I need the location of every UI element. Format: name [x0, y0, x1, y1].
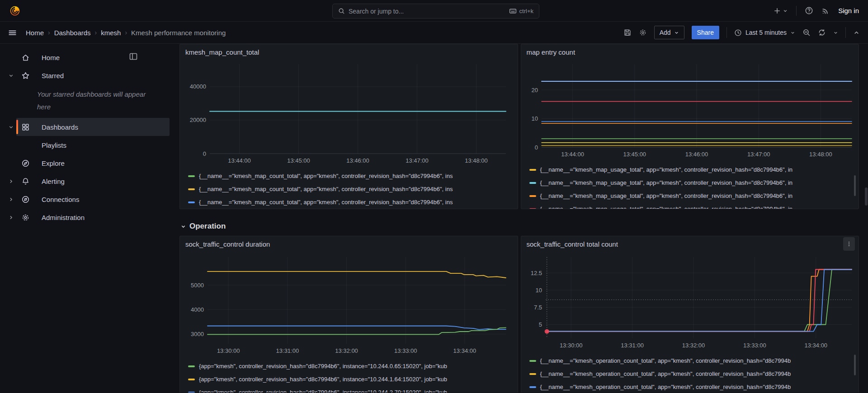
dashboard-settings-icon[interactable] [639, 28, 647, 37]
timeseries-chart[interactable]: 13:30:0013:31:0013:32:0013:33:0013:34:00… [180, 252, 518, 357]
refresh-interval-chevron-icon[interactable] [833, 30, 838, 35]
chevron-down-icon [790, 30, 795, 35]
legend-item[interactable]: {__name__="kmesh_operation_count_total",… [529, 356, 850, 365]
svg-text:13:33:00: 13:33:00 [743, 342, 766, 349]
svg-text:13:48:00: 13:48:00 [465, 157, 488, 164]
time-range-picker[interactable]: Last 5 minutes [734, 29, 795, 37]
legend-item[interactable]: {__name__="kmesh_map_usage_total", app="… [529, 165, 850, 174]
svg-text:10: 10 [531, 115, 538, 122]
chevron-right-icon[interactable] [8, 215, 14, 220]
panel-map-entry-count[interactable]: map entry count 13:44:0013:45:0013:46:00… [521, 44, 859, 209]
main-scrollbar[interactable] [864, 44, 868, 393]
breadcrumb-item[interactable]: kmesh [101, 29, 121, 37]
chart-plot-area[interactable]: 13:30:0013:31:0013:32:0013:33:0013:34:00… [521, 252, 859, 352]
panel-header[interactable]: kmesh_map_count_total [180, 44, 518, 60]
chevron-down-icon[interactable] [8, 124, 14, 130]
search-input[interactable]: Search or jump to... ctrl+k [332, 4, 539, 19]
breadcrumb: Home›Dashboards›kmesh›Kmesh performance … [26, 29, 226, 37]
svg-text:13:44:00: 13:44:00 [228, 157, 251, 164]
help-icon[interactable] [805, 6, 813, 15]
panel-kmesh-map-count-total[interactable]: kmesh_map_count_total 13:44:0013:45:0013… [179, 44, 518, 209]
chevron-down-icon [180, 224, 186, 229]
sidebar-item-administration[interactable]: Administration [0, 208, 170, 226]
timeseries-chart[interactable]: 13:44:0013:45:0013:46:0013:47:0013:48:00… [180, 60, 518, 167]
sidebar-item-connections[interactable]: Connections [0, 190, 170, 208]
svg-text:13:47:00: 13:47:00 [747, 151, 770, 158]
legend-scrollbar[interactable] [854, 355, 856, 375]
legend-item[interactable]: {__name__="kmesh_operation_count_total",… [529, 370, 850, 378]
panel-sock-traffic-control-total-count[interactable]: sock_traffic_control total count 13:30:0… [521, 236, 859, 393]
share-button[interactable]: Share [692, 26, 719, 39]
series-color-swatch [529, 373, 536, 375]
add-menu-button[interactable] [774, 7, 788, 14]
svg-text:10: 10 [535, 287, 542, 294]
series-color-swatch [188, 379, 195, 380]
timeseries-chart[interactable]: 13:44:0013:45:0013:46:0013:47:0013:48:00… [521, 60, 859, 161]
breadcrumb-separator: › [125, 29, 127, 36]
sidebar-item-explore[interactable]: Explore [0, 154, 170, 172]
legend-item[interactable]: {__name__="kmesh_map_count_total", app="… [188, 185, 509, 193]
breadcrumb-item: Kmesh performance monitoring [131, 29, 226, 37]
chevron-down-icon[interactable] [8, 73, 14, 79]
panel-header[interactable]: sock_traffic_control duration [180, 236, 518, 252]
bell-icon [21, 177, 30, 186]
legend-item[interactable]: {app="kmesh", controller_revision_hash="… [188, 375, 509, 384]
collapse-toolbar-icon[interactable] [853, 29, 860, 36]
legend-item[interactable]: {__name__="kmesh_map_usage_total", app="… [529, 178, 850, 187]
panel-header[interactable]: sock_traffic_control total count [521, 236, 859, 252]
series-color-swatch [188, 175, 195, 177]
sidebar-item-dashboards[interactable]: Dashboards [0, 118, 170, 136]
svg-text:13:33:00: 13:33:00 [394, 347, 417, 354]
svg-text:13:30:00: 13:30:00 [559, 342, 582, 349]
chart-plot-area[interactable]: 13:44:0013:45:0013:46:0013:47:0013:48:00… [180, 60, 518, 167]
dock-menu-icon[interactable] [129, 52, 138, 61]
compass-icon [21, 159, 30, 168]
chart-plot-area[interactable]: 13:30:0013:31:0013:32:0013:33:0013:34:00… [180, 252, 518, 357]
breadcrumb-separator: › [95, 29, 97, 36]
sidebar-item-starred[interactable]: Starred [0, 66, 170, 84]
sidebar-item-playlists[interactable]: Playlists [0, 136, 170, 154]
panel-title: map entry count [527, 48, 576, 56]
toolbar-divider [726, 27, 727, 38]
sign-in-link[interactable]: Sign in [838, 7, 859, 14]
mega-menu-button[interactable] [8, 28, 17, 37]
panel-header[interactable]: map entry count [521, 44, 859, 60]
scrollbar-thumb[interactable] [865, 187, 868, 206]
news-rss-icon[interactable] [821, 6, 830, 15]
legend-item[interactable]: {__name__="kmesh_map_usage_total", app="… [529, 192, 850, 200]
panel-title: sock_traffic_control duration [185, 240, 270, 248]
save-dashboard-icon[interactable] [623, 28, 632, 37]
nav-divider [796, 6, 797, 16]
zoom-out-icon[interactable] [802, 28, 811, 37]
legend-item[interactable]: {app="kmesh", controller_revision_hash="… [188, 388, 509, 393]
add-button[interactable]: Add [654, 26, 684, 39]
search-placeholder: Search or jump to... [349, 8, 505, 15]
legend-item[interactable]: {__name__="kmesh_map_count_total", app="… [188, 198, 509, 206]
breadcrumb-item[interactable]: Dashboards [54, 29, 91, 37]
legend-item[interactable]: {__name__="kmesh_operation_count_total",… [529, 383, 850, 391]
svg-text:13:47:00: 13:47:00 [406, 157, 429, 164]
legend-item[interactable]: {__name__="kmesh_map_count_total", app="… [188, 172, 509, 180]
panel-sock-traffic-control-duration[interactable]: sock_traffic_control duration 13:30:0013… [179, 236, 518, 393]
panel-row-maps: kmesh_map_count_total 13:44:0013:45:0013… [179, 44, 859, 209]
svg-text:13:32:00: 13:32:00 [335, 347, 358, 354]
plug-icon [21, 195, 30, 204]
sidebar-item-home[interactable]: Home [0, 48, 170, 66]
sidebar-item-alerting[interactable]: Alerting [0, 172, 170, 190]
breadcrumb-item[interactable]: Home [26, 29, 44, 37]
row-operation-header[interactable]: Operation [180, 221, 859, 232]
chart-plot-area[interactable]: 13:44:0013:45:0013:46:0013:47:0013:48:00… [521, 60, 859, 161]
chevron-right-icon[interactable] [8, 196, 14, 202]
refresh-icon[interactable] [818, 28, 826, 37]
legend-item[interactable]: {__name__="kmesh_map_usage_total", app="… [529, 205, 850, 209]
legend-scrollbar[interactable] [854, 175, 856, 196]
timeseries-chart[interactable]: 13:30:0013:31:0013:32:0013:33:0013:34:00… [521, 252, 859, 352]
svg-text:0: 0 [203, 150, 206, 157]
svg-text:13:48:00: 13:48:00 [809, 151, 832, 158]
chevron-right-icon[interactable] [8, 178, 14, 184]
svg-text:7.5: 7.5 [533, 304, 542, 311]
svg-text:13:45:00: 13:45:00 [287, 157, 310, 164]
grafana-logo-icon[interactable] [9, 5, 21, 17]
panel-menu-button[interactable] [843, 237, 855, 251]
legend-item[interactable]: {app="kmesh", controller_revision_hash="… [188, 362, 509, 370]
